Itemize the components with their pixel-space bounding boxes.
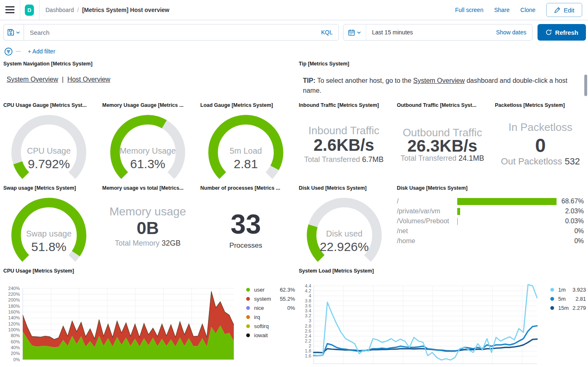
disk-mount-label: /net [397,227,457,235]
link-separator: | [62,76,63,83]
panel-title-system-navigation: System Navigation [Metrics System] [3,61,92,67]
legend-value: 2.81 [576,296,586,302]
refresh-button[interactable]: Refresh [538,24,586,41]
load-chart-legend: 1m 3.923 5m 2.81 15m 2.279 [550,285,586,312]
share-button[interactable]: Share [494,7,509,13]
svg-text:3: 3 [309,318,311,323]
svg-text:220%: 220% [8,292,20,297]
packetloss-value: 0 [493,134,588,157]
disk-bar [457,198,557,205]
panel-title-disk-usage: Disk Usage [Metrics System] [397,185,468,191]
legend-value: 0% [287,305,295,311]
svg-text:1.8: 1.8 [305,348,311,353]
breadcrumb-separator: / [77,7,79,13]
time-range-value[interactable]: Last 15 minutes [366,29,490,36]
inbound-label: Inbound Traffic [296,124,391,137]
edit-button[interactable]: Edit [546,3,582,17]
svg-text:2: 2 [309,343,311,348]
legend-item-user[interactable]: user 62.3% [246,285,295,294]
swap-gauge-label: Swap usage [3,229,94,239]
disk-bar-area [457,228,557,235]
panel-title-load-chart: System Load [Metrics System] [299,268,374,274]
legend-value: 62.3% [280,287,295,293]
memory-usage-value: 0B [100,218,195,238]
disk-mount-label: /home [397,237,457,245]
breadcrumb-dashboard[interactable]: Dashboard [46,7,74,13]
disk-used-label: Disk used [299,229,390,239]
disk-usage-row: /net 0% [397,226,584,236]
refresh-button-label: Refresh [555,29,578,36]
tip-link-system-overview[interactable]: System Overview [413,77,465,84]
disk-mount-label: /Volumes/Preboot [397,217,457,225]
legend-dot [246,297,250,301]
panel-title-inbound: Inbound Traffic [Metrics System] [299,102,379,108]
legend-name: system [254,296,280,302]
tip-text: TIP: To select another host, go to the S… [303,76,579,96]
legend-item-5m[interactable]: 5m 2.81 [550,294,586,303]
panel-title-swap: Swap usage [Metrics System] [3,185,76,191]
legend-item-nice[interactable]: nice 0% [246,303,295,312]
kibana-dashboard-page: D Dashboard / [Metrics System] Host over… [0,0,588,367]
legend-item-15m[interactable]: 15m 2.279 [550,303,586,312]
svg-text:2.8: 2.8 [305,324,311,328]
save-icon [7,29,14,36]
svg-text:60%: 60% [11,339,20,344]
legend-dot [550,288,554,292]
space-avatar[interactable]: D [25,5,34,16]
cpu-gauge-value: 9.792% [3,157,94,171]
legend-name: user [254,287,280,293]
legend-item-softirq[interactable]: softirq [246,321,295,331]
legend-dot [246,315,250,319]
legend-dot [246,306,250,310]
filter-icon[interactable] [4,47,13,56]
disk-usage-row: / 68.67% [397,196,584,206]
packetloss-sub: Out Packetloss 532 [487,156,588,167]
disk-mount-label: / [397,198,457,205]
kql-toggle[interactable]: KQL [315,29,338,36]
legend-name: softirq [254,323,295,329]
tip-bold: TIP: [303,77,315,84]
legend-item-irq[interactable]: irq [246,312,295,321]
memory-usage-label: Memory usage [100,205,195,218]
full-screen-button[interactable]: Full screen [455,7,483,13]
svg-text:20%: 20% [11,351,20,356]
swap-gauge-value: 51.8% [3,240,94,254]
saved-query-menu-button[interactable] [3,24,24,41]
svg-text:0%: 0% [13,357,20,362]
cpu-usage-chart: 0%20%40%60%80%100%120%140%160%180%200%22… [6,284,238,366]
link-host-overview[interactable]: Host Overview [67,76,110,83]
menu-icon[interactable] [5,6,14,13]
search-box: KQL [24,24,339,41]
inbound-value: 2.6KB/s [296,136,391,155]
search-input[interactable] [24,29,315,36]
legend-item-1m[interactable]: 1m 3.923 [550,285,586,294]
legend-item-system[interactable]: system 55.2% [246,294,295,303]
legend-dot [246,324,250,328]
link-system-overview[interactable]: System Overview [7,76,58,83]
disk-bar-area [457,208,557,215]
legend-item-iowait[interactable]: iowait [246,331,295,340]
disk-bar-area [457,218,557,225]
panel-title-load-gauge: Load Gauge [Metrics System] [200,102,273,108]
date-quick-menu-button[interactable] [343,24,366,40]
legend-name: iowait [254,332,295,338]
panel-title-packetloss: Packetloss [Metrics System] [495,102,565,108]
refresh-icon [545,29,552,36]
pencil-icon [554,7,560,13]
legend-dot [246,333,250,337]
scrollbar-thumb[interactable] [584,75,587,96]
add-filter-button[interactable]: + Add filter [28,48,55,55]
header-actions: Full screen Share Clone Edit [455,0,582,20]
legend-value: 2.279 [572,305,586,311]
disk-usage-row: /private/var/vm 2.03% [397,206,584,216]
load-gauge: 5m Load 2.81 [200,113,291,183]
panel-title-outbound: Outbound Traffic [Metrics Syst... [397,102,476,108]
inbound-sub: Total Transferred 6.7MB [290,155,398,164]
panel-title-disk-used: Disk Used [Metrics System] [299,185,367,191]
clone-button[interactable]: Clone [521,7,536,13]
calendar-icon [348,29,355,36]
panel-title-cpu-gauge: CPU Usage Gauge [Metrics Syst... [3,102,86,108]
disk-used-gauge: Disk used 22.926% [299,196,390,266]
show-dates-button[interactable]: Show dates [490,29,532,36]
legend-name: 15m [558,305,572,311]
